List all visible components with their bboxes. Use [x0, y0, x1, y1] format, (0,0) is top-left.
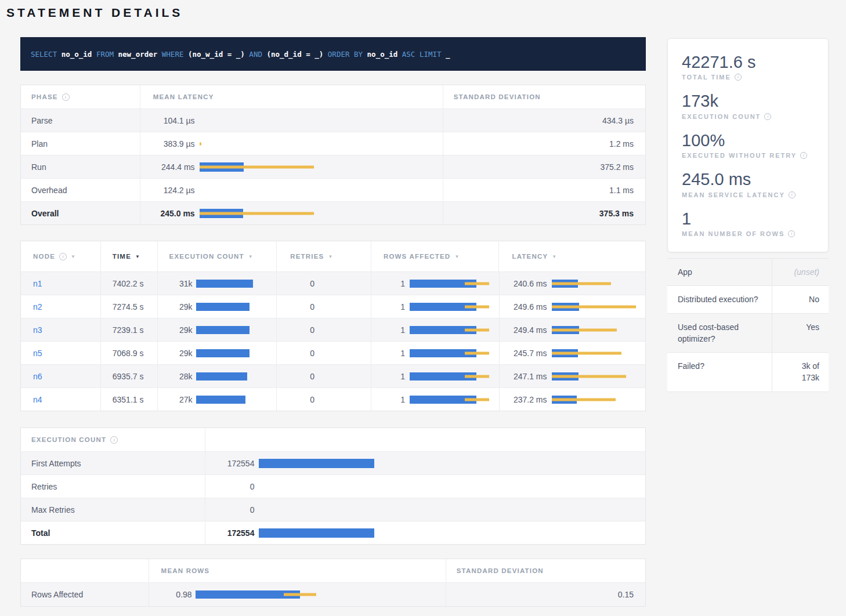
execution-count-bar: [196, 280, 277, 288]
sort-caret-icon[interactable]: ▼: [454, 254, 459, 259]
phase-table-body: Parse104.1 µs434.3 µsPlan383.9 µs1.2 msR…: [21, 108, 645, 224]
rows-affected-value: 1: [377, 395, 405, 404]
rows-affected-table-header: MEAN ROWSSTANDARD DEVIATION: [21, 559, 645, 582]
rows-affected-cell: 1: [371, 365, 499, 387]
bar-stddev-line: [284, 593, 316, 596]
latency-bar: [552, 372, 646, 381]
column-header-label: STANDARD DEVIATION: [457, 567, 544, 574]
column-header-rows-affected[interactable]: ROWS AFFECTED▼: [371, 241, 499, 271]
node-link[interactable]: n3: [33, 325, 42, 335]
column-header-label: MEAN LATENCY: [153, 93, 214, 100]
time-cell: 7068.9 s: [100, 342, 157, 364]
latency-cell: 237.2 ms: [499, 388, 646, 411]
mean-latency-cell: 124.2 µs: [140, 179, 443, 201]
bar-stddev-line: [465, 328, 489, 331]
sort-caret-icon[interactable]: ▼: [135, 254, 140, 259]
mean-latency-value: 124.2 µs: [153, 186, 195, 195]
detail-row-app: App(unset): [667, 259, 829, 286]
execution-row-value-cell: 172554: [205, 521, 645, 544]
detail-label: App: [667, 259, 772, 285]
info-icon[interactable]: i: [59, 253, 67, 260]
phase-name: Overall: [31, 209, 59, 218]
rows-affected-cell: 1: [371, 272, 499, 295]
bar-stddev-line: [552, 375, 626, 378]
time-value: 7068.9 s: [113, 349, 144, 358]
info-icon[interactable]: i: [789, 191, 796, 198]
stat-value: 173k: [682, 92, 828, 110]
execution-count-bar: [196, 349, 277, 357]
bar-stddev-line: [465, 398, 489, 401]
info-icon[interactable]: i: [110, 436, 118, 444]
mean-rows-value: 0.98: [155, 590, 192, 599]
column-header-execution-count[interactable]: EXECUTION COUNT▼: [157, 241, 277, 271]
mean-latency-bar: [200, 139, 443, 148]
stddev-cell: 434.3 µs: [443, 109, 645, 132]
rows-affected-table-body: Rows Affected0.980.15: [21, 582, 645, 606]
sort-caret-icon[interactable]: ▼: [71, 254, 75, 259]
sort-caret-icon[interactable]: ▼: [552, 254, 556, 259]
info-icon[interactable]: i: [788, 230, 795, 237]
execution-count-value: 28k: [164, 372, 193, 381]
node-cell: n3: [21, 318, 100, 341]
node-link[interactable]: n1: [33, 279, 42, 288]
summary-stat: 173kEXECUTION COUNTi: [682, 92, 828, 119]
column-header-latency[interactable]: LATENCY▼: [498, 241, 645, 271]
retries-value: 0: [310, 372, 314, 381]
bar-stddev-line: [465, 282, 489, 285]
column-header-node[interactable]: NODEi▼: [21, 241, 100, 271]
main-column: SELECT no_o_id FROM new_order WHERE (no_…: [20, 37, 646, 607]
sort-caret-icon[interactable]: ▼: [328, 254, 332, 259]
phase-name: Run: [31, 162, 46, 172]
info-icon[interactable]: i: [764, 113, 771, 120]
rows-affected-label-cell: Rows Affected: [21, 583, 149, 606]
time-value: 7274.5 s: [113, 302, 144, 311]
summary-stats-card: 42271.6 sTOTAL TIMEi173kEXECUTION COUNTi…: [667, 38, 829, 252]
node-row: n17402.2 s31k01240.6 ms: [21, 271, 645, 295]
node-link[interactable]: n2: [33, 302, 42, 311]
execution-count-cell: 29k: [157, 295, 277, 318]
sql-token: ASC: [402, 50, 415, 59]
time-value: 7239.1 s: [113, 325, 144, 335]
sql-token: (no_d_id = _): [266, 50, 323, 59]
sort-caret-icon[interactable]: ▼: [248, 254, 253, 259]
info-icon[interactable]: i: [62, 93, 70, 101]
bar-mean-segment: [196, 303, 250, 311]
latency-value: 245.7 ms: [507, 349, 547, 358]
info-icon[interactable]: i: [800, 152, 807, 159]
node-link[interactable]: n4: [33, 395, 42, 404]
info-icon[interactable]: i: [735, 74, 742, 81]
latency-cell: 249.4 ms: [499, 318, 646, 341]
latency-bar: [552, 280, 646, 288]
sql-token: no_o_id: [62, 50, 92, 59]
column-header-label: EXECUTION COUNT: [169, 253, 244, 260]
retries-value: 0: [310, 395, 314, 404]
stat-value: 42271.6 s: [682, 53, 828, 71]
execution-row-value: 172554: [211, 528, 254, 538]
summary-stat: 245.0 msMEAN SERVICE LATENCYi: [682, 170, 828, 198]
stddev-cell: 375.2 ms: [443, 155, 645, 178]
rows-affected-value: 1: [377, 279, 405, 288]
column-header-time[interactable]: TIME▼: [100, 241, 157, 271]
latency-cell: 245.7 ms: [499, 342, 646, 364]
bar-stddev-line: [200, 142, 201, 145]
phase-table: PHASEiMEAN LATENCYSTANDARD DEVIATION Par…: [20, 85, 646, 225]
stddev-value: 0.15: [618, 590, 634, 599]
column-header-retries[interactable]: RETRIES▼: [276, 241, 371, 271]
column-header-phase: PHASEi: [21, 85, 140, 108]
stddev-cell: 1.2 ms: [443, 132, 645, 155]
sql-token: no_o_id: [367, 50, 398, 59]
column-header-blank: [21, 559, 149, 582]
retries-cell: 0: [276, 365, 371, 387]
stat-label-text: MEAN NUMBER OF ROWS: [682, 230, 784, 237]
execution-count-bar: [259, 459, 645, 468]
execution-row-label-cell: Max Retries: [21, 498, 205, 521]
node-link[interactable]: n6: [33, 372, 42, 381]
time-value: 6935.7 s: [113, 372, 144, 381]
phase-row: Overall245.0 ms375.3 ms: [21, 201, 645, 224]
sql-token: _: [446, 50, 450, 59]
right-column: 42271.6 sTOTAL TIMEi173kEXECUTION COUNTi…: [667, 38, 829, 392]
execution-row-label: First Attempts: [31, 459, 81, 468]
sql-token: new_order: [118, 50, 158, 59]
node-link[interactable]: n5: [33, 349, 42, 358]
retries-cell: 0: [276, 388, 371, 411]
